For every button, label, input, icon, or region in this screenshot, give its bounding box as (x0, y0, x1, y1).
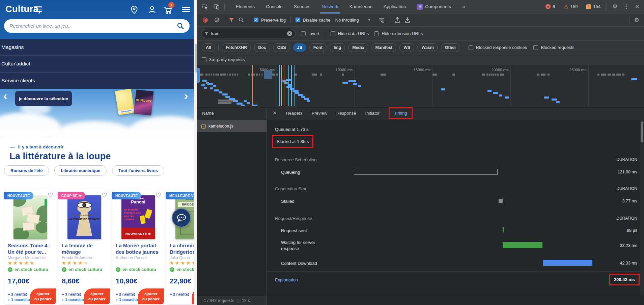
book-cover-image[interactable]: KatherinePancol LA MARIÉE PORTAIT DES BO… (121, 195, 155, 239)
close-details-icon[interactable]: ✕ (273, 110, 277, 116)
tab-application[interactable]: Application (384, 0, 406, 13)
carousel-next-icon[interactable]: › (184, 90, 188, 101)
console-warnings-badge[interactable]: ⚠ 159 (564, 4, 578, 9)
detail-tab-initiator[interactable]: Initiator (365, 111, 380, 116)
account-icon[interactable] (148, 5, 157, 14)
filter-chip-fetchxhr[interactable]: Fetch/XHR (222, 43, 251, 52)
issues-badge[interactable]: ! 154 (586, 4, 600, 9)
explanation-link[interactable]: Explanation (275, 277, 298, 282)
checkbox-unchecked-icon[interactable] (374, 31, 379, 36)
close-devtools-icon[interactable]: ✕ (635, 4, 639, 10)
nav-item-service-clients[interactable]: Service clients (0, 73, 197, 89)
device-toolbar-icon[interactable] (214, 4, 220, 10)
more-tabs-icon[interactable]: » (462, 0, 465, 13)
new-copies-link[interactable]: + 3 neuf(s) (62, 292, 81, 296)
search-icon[interactable] (177, 22, 184, 30)
tab-console[interactable]: Console (266, 0, 283, 13)
product-card[interactable]: NOUVEAUTÉ ♡ KatherinePancol LA MARIÉE PO… (112, 189, 164, 305)
filter-chip-img[interactable]: Img (330, 43, 345, 52)
add-to-cart-button[interactable]: ajouterau panier (138, 288, 164, 304)
chip-romans-ete[interactable]: Romans de l'été (4, 165, 49, 176)
filter-chip-media[interactable]: Media (348, 43, 368, 52)
timeline-selection-handle[interactable] (197, 68, 200, 83)
page-scrollbar[interactable] (194, 0, 197, 305)
disable-cache-checkbox[interactable]: ✓ Disable cache (296, 18, 331, 23)
detail-tab-headers[interactable]: Headers (286, 111, 303, 116)
filter-chip-manifest[interactable]: Manifest (371, 43, 397, 52)
clear-network-log-icon[interactable] (215, 18, 219, 22)
hide-extension-urls-checkbox[interactable]: Hide extension URLs (374, 31, 423, 36)
checkbox-unchecked-icon[interactable] (331, 31, 335, 36)
favorite-heart-icon[interactable]: ♡ (156, 191, 161, 199)
carousel-prev-icon[interactable]: ‹ (3, 90, 7, 101)
store-locator-icon[interactable] (130, 5, 138, 14)
product-title[interactable]: Seasons Tome 4 : Un été pour te... (8, 242, 54, 255)
clear-filter-icon[interactable]: ✕ (287, 31, 292, 36)
product-card[interactable]: COUP DE ❤ ♡ FREIDA McFADDEN LA FEMME DE … (58, 189, 110, 305)
blocked-cookies-checkbox[interactable]: Blocked response cookies (469, 45, 527, 50)
checkbox-unchecked-icon[interactable] (301, 31, 306, 36)
checkbox-checked-icon[interactable]: ✓ (254, 18, 258, 22)
checkbox-unchecked-icon[interactable] (469, 45, 473, 50)
new-copies-link[interactable]: + 2 neuf(s) (8, 292, 27, 296)
search-input[interactable]: Rechercher un livre, un jeu... (4, 19, 190, 33)
favorite-heart-icon[interactable]: ♡ (48, 191, 53, 199)
import-har-icon[interactable] (395, 17, 400, 23)
secondary-hamburger-icon[interactable] (182, 7, 190, 12)
filter-chip-font[interactable]: Font (309, 43, 327, 52)
product-title[interactable]: La chronique des Bridgerton (170, 242, 197, 255)
hero-cta-button[interactable]: je découvre la sélection (15, 91, 72, 106)
checkbox-unchecked-icon[interactable] (533, 45, 538, 50)
filter-input[interactable]: kam ✕ (201, 29, 296, 38)
tab-kameleoon[interactable]: Kameleoon (349, 0, 372, 13)
preserve-log-checkbox[interactable]: ✓ Preserve log (254, 18, 286, 23)
details-scrollbar-thumb[interactable] (641, 121, 643, 142)
kebab-menu-icon[interactable]: ⋮ (623, 3, 629, 10)
product-card[interactable]: MEILLEURE VENTE JULIA QUINN BRIDGERTON L… (166, 189, 197, 305)
hide-data-urls-checkbox[interactable]: Hide data URLs (331, 31, 369, 36)
tab-elements[interactable]: Elements (236, 0, 255, 13)
filter-chip-ws[interactable]: WS (399, 43, 414, 52)
favorite-heart-icon[interactable]: ♡ (102, 191, 107, 199)
network-settings-gear-icon[interactable]: ⚙ (634, 17, 639, 24)
detail-tab-timing[interactable]: Timing (394, 111, 407, 116)
chip-librairie-numerique[interactable]: Librairie numérique (54, 165, 107, 176)
filter-chip-all[interactable]: All (202, 43, 215, 52)
checkbox-checked-icon[interactable]: ✓ (296, 18, 300, 22)
network-overview-timeline[interactable]: 5000 ms 10000 ms 15000 ms 20000 ms 25000… (197, 65, 644, 106)
search-network-icon[interactable] (239, 17, 244, 23)
chip-univers-livres[interactable]: Tout l'univers livres (112, 165, 164, 176)
nav-item-magasins[interactable]: Magasins (0, 39, 197, 56)
scrollbar-thumb[interactable] (195, 44, 197, 73)
record-network-log-button[interactable] (203, 18, 208, 23)
book-cover-image[interactable]: FREIDA McFADDEN LA FEMME DE MÉNAGE (67, 195, 101, 239)
product-card[interactable]: NOUVEAUTÉ ♡ Seasons Tome 4 : Un été pour… (4, 189, 56, 305)
filter-chip-css[interactable]: CSS (273, 43, 290, 52)
tab-network[interactable]: Network (321, 0, 338, 13)
filter-chip-doc[interactable]: Doc (254, 43, 270, 52)
filter-icon[interactable] (229, 18, 234, 22)
tab-sources[interactable]: Sources (294, 0, 311, 13)
add-to-cart-button[interactable]: ajouterau panier (84, 288, 110, 304)
detail-tab-preview[interactable]: Preview (312, 111, 327, 116)
third-party-checkbox[interactable]: 3rd-party requests (202, 57, 245, 62)
invert-checkbox[interactable]: Invert (301, 31, 319, 36)
detail-tab-response[interactable]: Response (336, 111, 356, 116)
network-conditions-icon[interactable] (378, 17, 385, 23)
product-title[interactable]: La Mariée portait des bottes jaunes (116, 242, 162, 255)
checkbox-unchecked-icon[interactable] (202, 57, 206, 62)
name-column-header[interactable]: Name (197, 106, 267, 120)
details-scrollbar[interactable] (640, 120, 644, 296)
blocked-requests-checkbox[interactable]: Blocked requests (533, 45, 575, 50)
chat-widget-button[interactable] (172, 208, 191, 227)
new-copies-link[interactable]: + 2 neuf(s) (116, 292, 135, 296)
book-cover-image[interactable] (13, 195, 47, 239)
filter-chip-js[interactable]: JS (293, 43, 306, 52)
filter-chip-other[interactable]: Other (441, 43, 460, 52)
console-errors-badge[interactable]: ✕ 6 (545, 4, 555, 9)
menu-hamburger-icon[interactable] (34, 6, 42, 12)
export-har-icon[interactable] (405, 17, 410, 23)
product-title[interactable]: La femme de ménage (62, 242, 108, 255)
add-to-cart-button[interactable]: ajouterau panier (30, 288, 56, 304)
tab-components[interactable]: ⚛Components (417, 0, 451, 13)
